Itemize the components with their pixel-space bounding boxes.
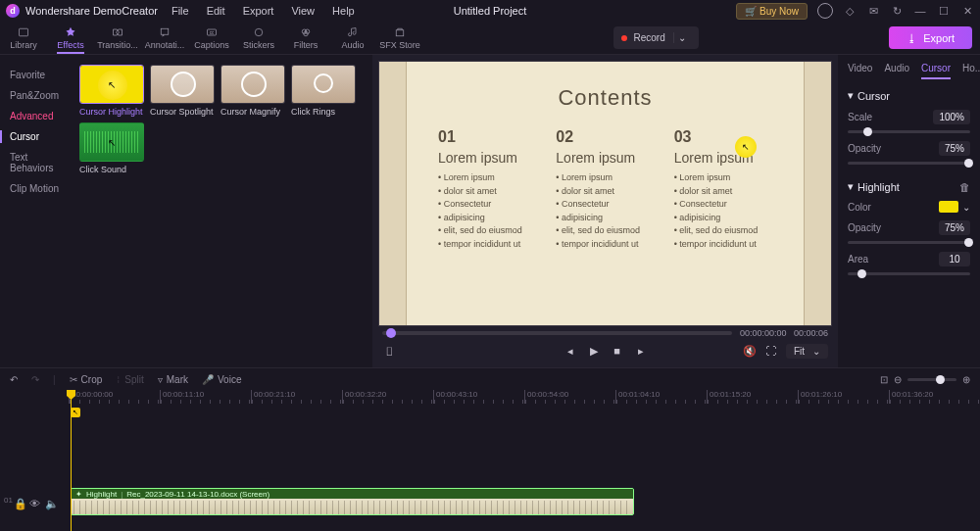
lock-icon[interactable]: 🔒 — [14, 498, 24, 507]
tab-library[interactable]: Library — [0, 22, 47, 54]
preview-canvas[interactable]: Contents 01Lorem ipsumLorem ipsumdolor s… — [378, 61, 832, 326]
highlight-opacity-slider[interactable] — [848, 241, 970, 244]
sidebar-item-advanced[interactable]: Advanced — [0, 106, 76, 126]
effect-cursor-spotlight[interactable]: Cursor Spotlight — [150, 65, 215, 117]
prop-tab-cursor[interactable]: Cursor — [921, 63, 951, 79]
area-value[interactable]: 10 — [939, 252, 970, 266]
scale-label: Scale — [848, 112, 872, 122]
prop-tab-audio[interactable]: Audio — [884, 63, 909, 79]
playback-controls: ⌷ ◂ ▶ ■ ▸ 🔇 ⛶ Fit⌄ — [378, 340, 832, 362]
timeline-ruler[interactable]: 00:00:00:0000:00:11:1000:00:21:1000:00:3… — [69, 390, 980, 404]
chevron-down-icon: ▾ — [848, 180, 854, 193]
mute-track-icon[interactable]: 🔈 — [45, 498, 55, 507]
zoom-in-icon[interactable]: ⊕ — [962, 374, 970, 385]
redo-icon[interactable]: ↷ — [31, 374, 39, 385]
export-button[interactable]: ⭳ Export — [889, 26, 972, 49]
export-icon: ⭳ — [906, 32, 917, 44]
tab-annotations[interactable]: Annotati... — [141, 22, 188, 54]
minimize-icon[interactable]: — — [913, 4, 927, 18]
menu-file[interactable]: File — [172, 5, 189, 17]
tab-stickers[interactable]: Stickers — [235, 22, 282, 54]
effect-cursor-magnify[interactable]: Cursor Magnify — [220, 65, 285, 117]
split-tool[interactable]: ⸽ Split — [116, 374, 143, 385]
message-icon[interactable]: ✉ — [866, 4, 880, 18]
tab-effects[interactable]: Effects — [47, 22, 94, 54]
section-highlight[interactable]: ▾Highlight🗑 — [848, 180, 970, 193]
cursor-opacity-slider[interactable] — [848, 162, 970, 165]
track-head: 01 🔒 👁 🔈 — [0, 488, 69, 517]
color-picker[interactable]: ⌄ — [939, 201, 970, 213]
menu-export[interactable]: Export — [243, 5, 274, 17]
tab-audio[interactable]: Audio — [329, 22, 376, 54]
fit-select[interactable]: Fit⌄ — [786, 344, 828, 359]
fullscreen-icon[interactable]: ⛶ — [764, 344, 778, 358]
record-dropdown-icon[interactable]: ⌄ — [673, 32, 691, 43]
tab-filters[interactable]: Filters — [282, 22, 329, 54]
clip-effect-badge: Highlight — [86, 490, 117, 499]
timeline-clip[interactable]: ✦ Highlight | Rec_2023-09-11 14-13-10.do… — [71, 488, 634, 515]
zoom-out-icon[interactable]: ⊖ — [894, 374, 902, 385]
record-button[interactable]: Record ⌄ — [613, 26, 698, 49]
highlight-opacity-value[interactable]: 75% — [939, 220, 970, 235]
section-cursor[interactable]: ▾Cursor — [848, 89, 970, 102]
prev-frame-icon[interactable]: ◂ — [564, 344, 577, 358]
scale-slider[interactable] — [848, 130, 970, 133]
timeline: 00:00:00:0000:00:11:1000:00:21:1000:00:3… — [0, 390, 980, 531]
tab-bar: Library Effects Transitio... Annotati...… — [0, 22, 980, 55]
tab-transitions[interactable]: Transitio... — [94, 22, 141, 54]
cursor-opacity-label: Opacity — [848, 143, 881, 154]
title-bar: d Wondershare DemoCreator File Edit Expo… — [0, 0, 980, 22]
area-slider[interactable] — [848, 272, 970, 275]
main-menu: File Edit Export View Help — [172, 5, 355, 17]
snapshot-icon[interactable]: ⌷ — [382, 344, 396, 358]
project-title: Untitled Project — [454, 5, 527, 17]
zoom-slider[interactable] — [907, 378, 956, 381]
voice-tool[interactable]: 🎤 Voice — [202, 374, 241, 385]
scrub-track[interactable] — [382, 331, 732, 335]
play-icon[interactable]: ▶ — [587, 344, 601, 358]
menu-help[interactable]: Help — [332, 5, 355, 17]
preview-panel: Contents 01Lorem ipsumLorem ipsumdolor s… — [372, 55, 838, 367]
account-icon[interactable] — [817, 3, 833, 19]
clip-name: Rec_2023-09-11 14-13-10.docx (Screen) — [126, 490, 270, 499]
maximize-icon[interactable]: ☐ — [937, 4, 951, 18]
sidebar-item-panzoom[interactable]: Pan&Zoom — [0, 85, 76, 106]
delete-highlight-icon[interactable]: 🗑 — [959, 181, 970, 193]
cursor-highlight-preview: ↖ — [735, 136, 757, 158]
menu-view[interactable]: View — [291, 5, 315, 17]
mute-icon[interactable]: 🔇 — [743, 344, 757, 358]
undo-icon[interactable]: ↶ — [10, 374, 18, 385]
effect-cursor-highlight[interactable]: ↖ Cursor Highlight — [79, 65, 144, 117]
tab-captions[interactable]: ccCaptions — [188, 22, 235, 54]
scrub-bar: 00:00:00:00 00:00:06 — [378, 326, 832, 340]
sidebar-item-text-behaviors[interactable]: Text Behaviors — [0, 147, 76, 178]
effect-click-sound[interactable]: ↖ Click Sound — [79, 122, 144, 174]
mark-tool[interactable]: ▿ Mark — [158, 374, 188, 385]
playhead[interactable] — [71, 390, 72, 531]
close-icon[interactable]: ✕ — [960, 4, 974, 18]
effect-click-rings[interactable]: Click Rings — [291, 65, 356, 117]
history-icon[interactable]: ↻ — [890, 4, 904, 18]
buy-now-button[interactable]: 🛒 Buy Now — [736, 3, 808, 20]
cursor-opacity-value[interactable]: 75% — [939, 141, 970, 156]
cloud-icon[interactable]: ◇ — [843, 4, 857, 18]
visibility-icon[interactable]: 👁 — [29, 498, 39, 507]
scale-value[interactable]: 100% — [933, 110, 970, 124]
effects-grid: ↖ Cursor Highlight Cursor Spotlight Curs… — [76, 55, 372, 367]
crop-tool[interactable]: ✂ Crop — [70, 374, 103, 385]
prop-tab-video[interactable]: Video — [848, 63, 872, 79]
prop-tab-more[interactable]: Ho... — [962, 63, 980, 79]
menu-edit[interactable]: Edit — [207, 5, 225, 17]
stop-icon[interactable]: ■ — [611, 344, 624, 358]
sidebar-item-favorite[interactable]: Favorite — [0, 65, 76, 85]
color-swatch — [939, 201, 958, 213]
zoom-fit-icon[interactable]: ⊡ — [880, 374, 888, 385]
tab-sfx-store[interactable]: SFX Store — [376, 22, 423, 54]
record-dot-icon — [621, 35, 627, 41]
sidebar-item-cursor[interactable]: Cursor — [0, 126, 76, 147]
sidebar-item-clip-motion[interactable]: Clip Motion — [0, 178, 76, 199]
chevron-down-icon: ▾ — [848, 89, 854, 102]
svg-rect-0 — [20, 28, 28, 36]
next-frame-icon[interactable]: ▸ — [634, 344, 648, 358]
cursor-marker[interactable]: ↖ — [71, 408, 80, 417]
